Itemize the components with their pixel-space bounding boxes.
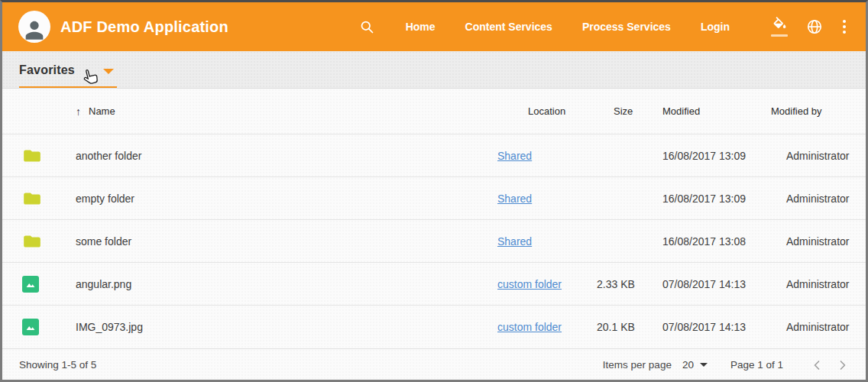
- table-row[interactable]: IMG_0973.jpg custom folder 20.1 KB 07/08…: [2, 306, 866, 348]
- modified-date: 16/08/2017 13:09: [662, 193, 779, 205]
- file-name: some folder: [76, 235, 497, 248]
- main-nav: Home Content Services Process Services L…: [378, 13, 730, 40]
- modified-date: 16/08/2017 13:09: [662, 150, 779, 162]
- file-name: angular.png: [76, 278, 497, 290]
- chevron-left-icon: [809, 358, 824, 373]
- table-row[interactable]: some folder Shared 16/08/2017 13:08 Admi…: [2, 220, 866, 263]
- showing-range-label: Showing 1-5 of 5: [19, 359, 96, 371]
- theme-underline: [771, 34, 788, 37]
- file-size: 2.33 KB: [597, 278, 662, 290]
- folder-icon: [22, 146, 42, 166]
- image-file-icon: [24, 277, 37, 291]
- person-icon: [21, 17, 47, 43]
- file-name: IMG_0973.jpg: [76, 321, 497, 333]
- avatar[interactable]: [18, 11, 50, 43]
- sort-ascending-icon: ↑: [76, 105, 81, 118]
- location-link[interactable]: custom folder: [497, 321, 562, 333]
- modified-date: 07/08/2017 14:13: [662, 278, 779, 290]
- pagination-footer: Showing 1-5 of 5 Items per page 20 Page …: [2, 348, 866, 380]
- modified-by: Administrator: [779, 278, 853, 290]
- page-indicator: Page 1 of 1: [730, 359, 783, 371]
- app-window: ADF Demo Application Home Content Servic…: [0, 0, 868, 382]
- view-selector-dropdown[interactable]: Favorites: [19, 63, 117, 88]
- table-header-row: ↑ Name Location Size Modified Modified b…: [2, 89, 866, 134]
- nav-item-login[interactable]: Login: [701, 13, 730, 40]
- search-button[interactable]: [356, 16, 378, 38]
- theme-picker-button[interactable]: [768, 14, 791, 40]
- view-selector-bar: Favorites: [2, 51, 866, 89]
- modified-date: 07/08/2017 14:13: [662, 321, 779, 333]
- more-menu-button[interactable]: [838, 18, 850, 35]
- location-link[interactable]: custom folder: [497, 278, 562, 290]
- column-header-modified[interactable]: Modified: [662, 105, 779, 117]
- nav-item-content-services[interactable]: Content Services: [465, 13, 552, 40]
- app-title: ADF Demo Application: [60, 18, 228, 36]
- modified-by: Administrator: [779, 150, 853, 162]
- document-list: ↑ Name Location Size Modified Modified b…: [2, 89, 866, 348]
- nav-item-home[interactable]: Home: [406, 13, 436, 40]
- table-row[interactable]: empty folder Shared 16/08/2017 13:09 Adm…: [2, 177, 866, 220]
- table-row[interactable]: another folder Shared 16/08/2017 13:09 A…: [2, 134, 866, 177]
- location-link[interactable]: Shared: [497, 193, 532, 205]
- table-row[interactable]: angular.png custom folder 2.33 KB 07/08/…: [2, 263, 866, 306]
- nav-item-process-services[interactable]: Process Services: [582, 13, 671, 40]
- column-header-name[interactable]: ↑ Name: [76, 105, 497, 118]
- caret-down-icon: [103, 69, 114, 74]
- modified-by: Administrator: [779, 235, 853, 248]
- items-per-page-label: Items per page: [603, 359, 672, 371]
- modified-by: Administrator: [779, 193, 853, 205]
- chevron-right-icon: [835, 358, 850, 373]
- modified-by: Administrator: [779, 321, 853, 333]
- globe-icon: [806, 18, 823, 35]
- column-header-location[interactable]: Location: [497, 105, 597, 117]
- file-name: empty folder: [76, 193, 497, 205]
- search-icon: [359, 19, 375, 35]
- image-file-icon: [24, 320, 37, 334]
- more-icon: [843, 20, 846, 23]
- location-link[interactable]: Shared: [497, 150, 532, 162]
- paint-bucket-icon: [772, 17, 788, 33]
- previous-page-button[interactable]: [808, 356, 826, 374]
- folder-icon: [22, 231, 42, 251]
- folder-icon: [22, 189, 42, 209]
- items-per-page-select[interactable]: 20: [682, 359, 708, 371]
- current-view-label: Favorites: [19, 63, 75, 77]
- items-per-page-value: 20: [682, 359, 694, 371]
- header-icon-group: [756, 14, 850, 40]
- column-header-size[interactable]: Size: [597, 105, 662, 117]
- caret-down-icon: [700, 363, 708, 367]
- location-link[interactable]: Shared: [497, 235, 532, 248]
- column-header-modified-by[interactable]: Modified by: [771, 105, 846, 117]
- app-header: ADF Demo Application Home Content Servic…: [2, 2, 866, 51]
- file-size: 20.1 KB: [597, 321, 662, 333]
- file-name: another folder: [76, 150, 497, 162]
- modified-date: 16/08/2017 13:08: [662, 235, 779, 248]
- language-button[interactable]: [803, 15, 826, 38]
- next-page-button[interactable]: [834, 356, 852, 374]
